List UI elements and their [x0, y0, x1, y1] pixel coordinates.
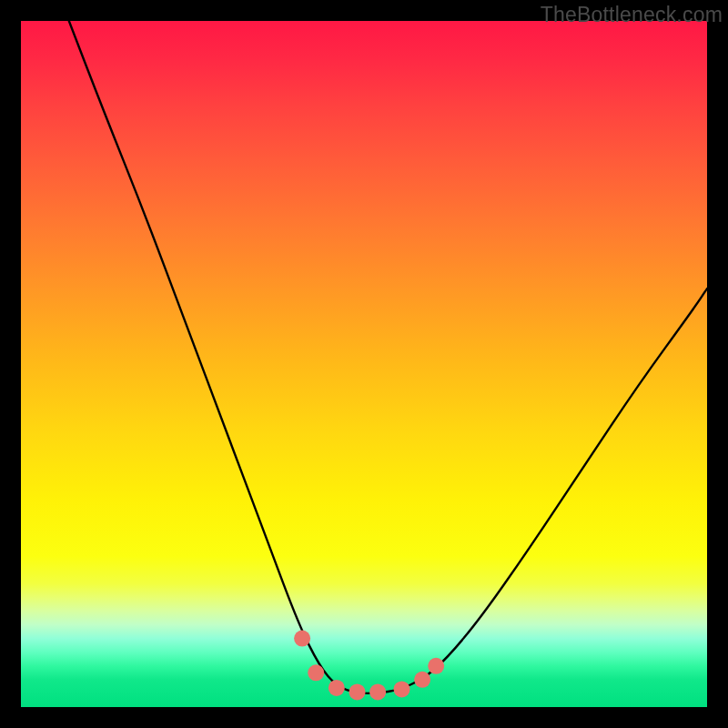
watermark-text: TheBottleneck.com [541, 3, 723, 27]
highlight-dot [414, 672, 430, 688]
highlight-dot [294, 631, 310, 647]
bottleneck-curve [69, 21, 707, 693]
highlight-markers [294, 631, 444, 701]
chart-frame: TheBottleneck.com [0, 0, 728, 728]
highlight-dot [308, 664, 324, 681]
highlight-dot [428, 658, 444, 674]
highlight-dot [349, 683, 366, 700]
highlight-dot [369, 683, 386, 700]
highlight-dot [329, 680, 345, 696]
highlight-dot [394, 681, 410, 697]
plot-area [21, 21, 707, 707]
curve-layer [21, 21, 707, 707]
